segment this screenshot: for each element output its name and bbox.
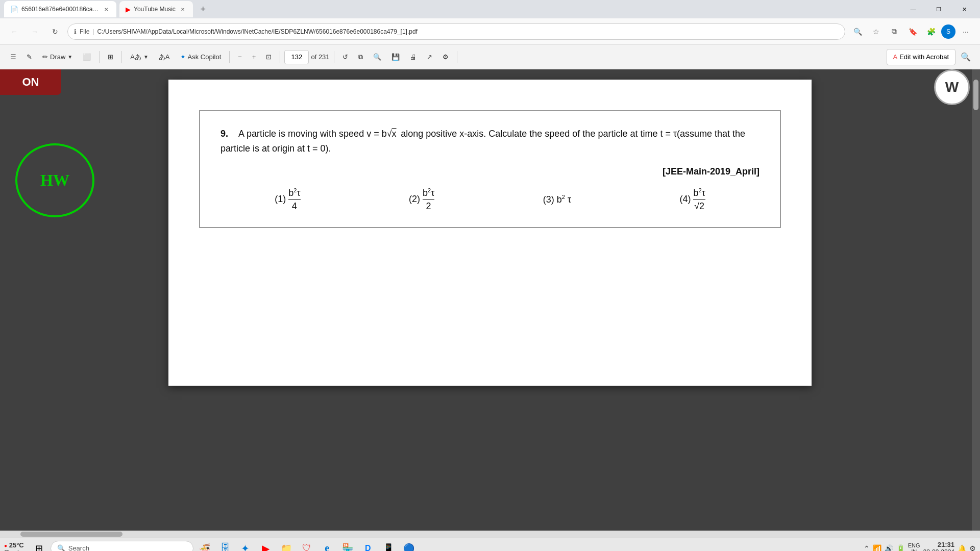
draw-button[interactable]: ✏ Draw ▼ (38, 49, 77, 65)
tab-youtube[interactable]: ▶ YouTube Music ✕ (119, 1, 193, 17)
save-button[interactable]: 💾 (387, 49, 404, 65)
taskbar-app-files[interactable]: 🗄 (216, 539, 234, 552)
tray-settings-icon[interactable]: ⚙ (969, 544, 976, 552)
dict-label: あA (159, 53, 170, 62)
split-view-pdf-button[interactable]: ⧉ (354, 49, 367, 65)
back-button[interactable]: ← (6, 23, 22, 40)
ask-copilot-button[interactable]: ✦ Ask Copilot (176, 49, 226, 65)
store-icon: 🏪 (342, 543, 353, 552)
horizontal-scrollbar-thumb[interactable] (20, 532, 122, 537)
tab-yt-close[interactable]: ✕ (179, 5, 187, 13)
browser-ext-icon[interactable]: 🧩 (923, 23, 939, 40)
separator: | (92, 28, 94, 35)
settings-button[interactable]: ⚙ (438, 49, 453, 65)
tray-wifi-icon[interactable]: 📶 (873, 544, 881, 552)
eraser-icon: ⬜ (83, 53, 91, 61)
clock-widget[interactable]: 21:31 28-09-2024 (923, 541, 954, 551)
read-aloud-button[interactable]: Aあ ▼ (126, 49, 153, 65)
start-icon: ⊞ (35, 543, 43, 552)
address-bar[interactable]: ℹ File | C:/Users/SHIVAM/AppData/Local/M… (67, 23, 845, 40)
option-4-fraction: b2τ √2 (693, 187, 705, 212)
language-indicator[interactable]: ENG IN (908, 542, 920, 552)
tab-yt-title: YouTube Music (134, 6, 176, 13)
taskbar-app-store[interactable]: 🏪 (338, 539, 357, 552)
taskbar-app-youtube[interactable]: ▶ (257, 539, 275, 552)
new-tab-button[interactable]: + (196, 2, 210, 16)
taskbar-app-whatsapp[interactable]: 📱 (379, 539, 398, 552)
page-total: of 231 (311, 53, 329, 61)
favorite-icon[interactable]: ☆ (868, 23, 884, 40)
search-icon: 🔍 (57, 544, 65, 551)
taskbar-app-chrome[interactable]: 🔵 (400, 539, 418, 552)
split-view-icon[interactable]: ⧉ (886, 23, 902, 40)
zoom-in-button[interactable]: + (248, 49, 260, 65)
read-aloud-icon: Aあ (130, 53, 141, 62)
question-box: 9. A particle is moving with speed v = b… (199, 110, 781, 228)
files-icon: 🗄 (220, 542, 230, 551)
tray-battery-icon[interactable]: 🔋 (896, 544, 905, 552)
options-row: (1) b2τ 4 (2) b2τ 2 (3) b2 τ (220, 187, 760, 212)
zoom-out-button[interactable]: − (234, 49, 246, 65)
forward-button[interactable]: → (27, 23, 43, 40)
ask-copilot-label: Ask Copilot (188, 53, 222, 61)
bookmark-icon[interactable]: 🔖 (904, 23, 921, 40)
tab-pdf[interactable]: 📄 656016e876e6e000186ca479_[1]... ✕ (4, 1, 116, 17)
edit-acrobat-label: Edit with Acrobat (899, 53, 949, 61)
edit-acrobat-button[interactable]: A Edit with Acrobat (887, 49, 956, 65)
ink-icon: ✎ (27, 53, 32, 61)
taskbar-app-antivirus[interactable]: 🛡 (298, 539, 316, 552)
split-icon: ⧉ (358, 53, 363, 61)
minimize-button[interactable]: — (901, 0, 925, 18)
tray-volume-icon[interactable]: 🔊 (885, 544, 893, 552)
notifications-icon[interactable]: 🔔 (958, 544, 966, 552)
url-text: C:/Users/SHIVAM/AppData/Local/Microsoft/… (97, 28, 839, 35)
start-button[interactable]: ⊞ (30, 539, 48, 552)
separator-1 (99, 51, 100, 63)
zoom-icon[interactable]: 🔍 (849, 23, 866, 40)
tray-up-arrow[interactable]: ⌃ (864, 544, 870, 552)
green-circle-annotation: HW (15, 143, 94, 217)
edge-icon: e (325, 542, 329, 551)
taskbar-search[interactable]: 🔍 Search (51, 541, 193, 552)
option-4: (4) b2τ √2 (679, 187, 705, 212)
page-number-input[interactable] (284, 50, 309, 64)
option-1-fraction: b2τ 4 (288, 187, 300, 212)
green-annotation-text: HW (40, 171, 69, 190)
option-3: (3) b2 τ (543, 194, 571, 205)
taskbar-app-copilot[interactable]: ✦ (236, 539, 255, 552)
scrollbar-thumb[interactable] (973, 80, 978, 110)
fit-button[interactable]: ⊡ (262, 49, 276, 65)
find-button[interactable]: 🔍 (369, 49, 385, 65)
taskbar-app-food[interactable]: 🍜 (195, 539, 214, 552)
dict-button[interactable]: あA (155, 49, 174, 65)
option-2: (2) b2τ 2 (409, 187, 434, 212)
tab-pdf-close[interactable]: ✕ (102, 5, 110, 13)
ink-button[interactable]: ✎ (22, 49, 36, 65)
vertical-scrollbar[interactable] (972, 69, 980, 531)
eraser-button[interactable]: ⬜ (79, 49, 95, 65)
print-button[interactable]: 🖨 (406, 49, 421, 65)
refresh-button[interactable]: ↻ (47, 23, 63, 40)
taskbar-app-edge[interactable]: e (318, 539, 336, 552)
history-button[interactable]: ↺ (338, 49, 352, 65)
panel-button[interactable]: ☰ (6, 49, 20, 65)
weather-widget[interactable]: ● 25°C Cloudy (4, 541, 24, 551)
copilot-icon: ✦ (180, 53, 186, 61)
zoom-in-icon: + (252, 53, 256, 61)
pdf-search-button[interactable]: 🔍 (958, 49, 974, 65)
share-button[interactable]: ↗ (423, 49, 436, 65)
food-icon: 🍜 (199, 543, 210, 552)
chrome-icon: 🔵 (403, 543, 414, 552)
taskbar-app-dell[interactable]: D (359, 539, 377, 552)
separator-4 (280, 51, 280, 63)
maximize-button[interactable]: ☐ (927, 0, 950, 18)
taskbar-app-fileexplorer[interactable]: 📁 (277, 539, 296, 552)
taskbar: ● 25°C Cloudy ⊞ 🔍 Search 🍜 🗄 ✦ ▶ 📁 🛡 e 🏪… (0, 538, 980, 551)
settings-icon: ⚙ (443, 53, 449, 61)
file-label: File (80, 28, 89, 35)
profile-avatar[interactable]: S (941, 24, 955, 39)
more-options-icon[interactable]: ··· (958, 23, 974, 40)
page-view-button[interactable]: ⊞ (104, 49, 117, 65)
close-button[interactable]: ✕ (952, 0, 976, 18)
horizontal-scrollbar[interactable] (0, 531, 980, 538)
